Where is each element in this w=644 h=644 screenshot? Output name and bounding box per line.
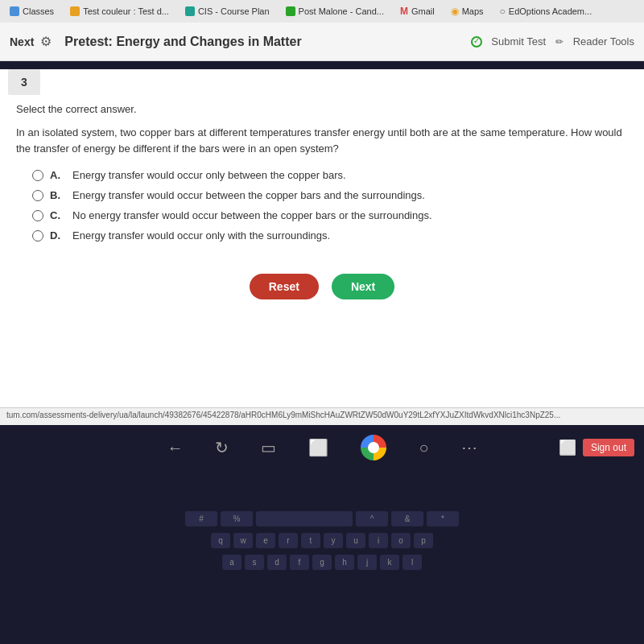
question-number: 3 [21,76,27,89]
tab-gmail[interactable]: M Gmail [395,4,440,19]
key-p[interactable]: p [414,533,433,548]
option-b-text: Energy transfer would occur between the … [72,189,425,201]
taskbar-center: ← ↻ ▭ ⬜ ○ ⋯ [167,435,477,460]
taskbar: ← ↻ ▭ ⬜ ○ ⋯ ⬜ Sign out [0,425,644,470]
post-malone-icon [286,6,295,16]
url-bar: tum.com/assessments-delivery/ua/la/launc… [0,407,644,425]
key-e[interactable]: e [256,533,275,548]
radio-a[interactable] [32,170,43,181]
key-g[interactable]: g [312,555,332,570]
key-r[interactable]: r [279,533,298,548]
radio-c[interactable] [32,210,43,221]
keyboard-row-2: q w e r t y u i o p [211,533,433,548]
key-f[interactable]: f [290,555,309,570]
instruction-text: Select the correct answer. [16,103,628,115]
reader-tools-label: Reader Tools [573,35,634,47]
tab-test[interactable]: Test couleur : Test d... [65,5,174,18]
option-d[interactable]: D. Energy transfer would occur only with… [32,229,628,242]
tab-edoptions[interactable]: ○ EdOptions Academ... [495,4,597,19]
tab-test-label: Test couleur : Test d... [83,6,169,16]
tab-maps[interactable]: ◉ Maps [446,4,489,19]
window-icon[interactable]: ▭ [261,438,276,457]
check-icon [471,36,482,47]
tab-edoptions-label: EdOptions Academ... [509,6,592,16]
search-icon[interactable]: ○ [419,439,428,457]
next-button-header[interactable]: Next [10,35,34,48]
browser-tabs-bar: Classes Test couleur : Test d... CIS - C… [0,0,644,23]
key-k[interactable]: k [380,555,399,570]
radio-b[interactable] [32,190,43,201]
maps-icon: ◉ [451,6,459,17]
key-l[interactable]: l [402,555,422,570]
keyboard-row-1: # % ^ & * [185,511,459,526]
key-y[interactable]: y [324,533,343,548]
submit-test-button[interactable]: Submit Test [471,35,546,47]
classes-icon [10,6,19,16]
key-o[interactable]: o [391,533,411,548]
option-b[interactable]: B. Energy transfer would occur between t… [32,189,628,201]
tab-cis[interactable]: CIS - Course Plan [180,5,275,18]
key-w[interactable]: w [233,533,253,548]
refresh-icon[interactable]: ↻ [215,438,229,457]
screen-share-icon[interactable]: ⬜ [559,439,576,456]
option-a[interactable]: A. Energy transfer would occur only betw… [32,169,628,181]
radio-d[interactable] [32,230,43,242]
key-t[interactable]: t [301,533,320,548]
option-c-text: No energy transfer would occur between t… [72,209,432,221]
tab-post-malone[interactable]: Post Malone - Cand... [281,5,389,18]
tab-post-malone-label: Post Malone - Cand... [299,6,384,16]
tab-gmail-label: Gmail [411,6,435,16]
cis-icon [185,6,195,16]
question-text: In an isolated system, two copper bars a… [16,125,628,156]
chrome-icon[interactable] [361,435,386,460]
key-h[interactable]: h [335,555,354,570]
key-s[interactable]: s [245,555,264,570]
key-caret[interactable]: ^ [356,511,388,526]
page-title: Pretest: Energy and Changes in Matter [64,35,470,49]
back-icon[interactable]: ← [167,439,183,457]
tab-classes-label: Classes [23,6,54,16]
sign-out-button[interactable]: Sign out [583,439,634,456]
option-b-letter: B. [50,189,66,201]
reset-button[interactable]: Reset [250,274,319,299]
key-ampersand[interactable]: & [391,511,423,526]
key-i[interactable]: i [369,533,388,548]
content-area: 3 Select the correct answer. In an isola… [0,69,644,407]
question-number-box: 3 [8,69,40,95]
option-d-text: Energy transfer would occur only with th… [72,229,330,242]
key-star[interactable]: * [427,511,459,526]
settings-icon[interactable]: ⚙ [40,34,52,49]
test-icon [70,6,80,16]
more-icon[interactable]: ⋯ [461,438,477,457]
key-j[interactable]: j [357,555,377,570]
gmail-icon: M [400,6,408,17]
key-d[interactable]: d [267,555,287,570]
button-row: Reset Next [16,266,628,316]
option-a-letter: A. [50,169,66,181]
key-hash[interactable]: # [185,511,217,526]
tab-cis-label: CIS - Course Plan [198,6,270,16]
tab-classes[interactable]: Classes [5,5,59,18]
option-c[interactable]: C. No energy transfer would occur betwee… [32,209,628,221]
question-container: Select the correct answer. In an isolate… [0,95,644,332]
key-percent[interactable]: % [221,511,253,526]
option-c-letter: C. [50,209,66,221]
split-screen-icon[interactable]: ⬜ [308,438,328,457]
submit-test-label: Submit Test [491,35,546,47]
app-header: Next ⚙ Pretest: Energy and Changes in Ma… [0,23,644,61]
pencil-icon: ✏ [555,36,564,47]
edoptions-icon: ○ [500,6,506,17]
key-a[interactable]: a [222,555,242,570]
url-text: tum.com/assessments-delivery/ua/la/launc… [6,411,560,419]
key-u[interactable]: u [346,533,365,548]
next-button-main[interactable]: Next [332,274,394,299]
option-d-letter: D. [50,229,66,242]
key-q[interactable]: q [211,533,230,548]
header-right-actions: Submit Test ✏ Reader Tools [471,35,634,47]
option-a-text: Energy transfer would occur only between… [72,169,346,181]
key-space[interactable] [256,511,353,526]
keyboard-area: # % ^ & * q w e r t y u i o p a s d f g … [0,470,644,611]
reader-tools-button[interactable]: ✏ Reader Tools [555,35,634,47]
answer-options: A. Energy transfer would occur only betw… [32,169,628,242]
taskbar-right: ⬜ Sign out [559,439,634,456]
